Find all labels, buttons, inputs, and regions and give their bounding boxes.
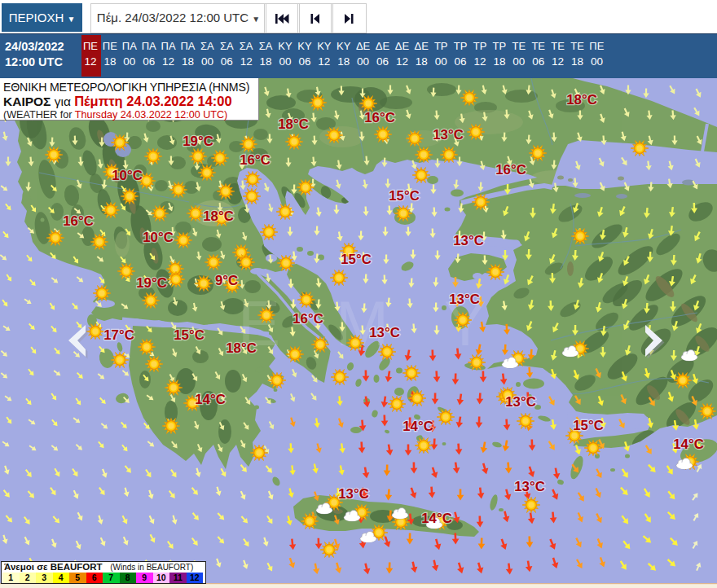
svg-text:16°C: 16°C xyxy=(63,213,94,229)
svg-text:15°C: 15°C xyxy=(341,252,372,267)
svg-text:9°C: 9°C xyxy=(215,273,238,288)
svg-text:13°C: 13°C xyxy=(514,479,545,494)
svg-text:13°C: 13°C xyxy=(453,233,484,248)
svg-text:10°C: 10°C xyxy=(112,168,143,183)
svg-text:16°C: 16°C xyxy=(293,311,323,327)
svg-text:15°C: 15°C xyxy=(174,327,205,343)
svg-text:14°C: 14°C xyxy=(673,437,704,452)
svg-text:18°C: 18°C xyxy=(203,208,234,224)
svg-text:16°C: 16°C xyxy=(495,162,526,178)
svg-text:14°C: 14°C xyxy=(402,419,433,434)
svg-text:18°C: 18°C xyxy=(226,340,257,356)
svg-text:13°C: 13°C xyxy=(505,394,536,410)
svg-text:19°C: 19°C xyxy=(183,134,213,149)
svg-text:14°C: 14°C xyxy=(421,511,452,526)
svg-text:15°C: 15°C xyxy=(389,188,420,204)
svg-text:18°C: 18°C xyxy=(278,116,309,132)
svg-text:17°C: 17°C xyxy=(103,327,134,343)
svg-text:16°C: 16°C xyxy=(364,110,395,125)
svg-text:13°C: 13°C xyxy=(449,292,480,307)
svg-text:19°C: 19°C xyxy=(136,275,167,291)
svg-text:13°C: 13°C xyxy=(433,127,464,143)
svg-text:13°C: 13°C xyxy=(338,486,369,502)
svg-text:15°C: 15°C xyxy=(573,418,604,433)
svg-text:13°C: 13°C xyxy=(369,325,400,340)
svg-text:16°C: 16°C xyxy=(240,152,271,168)
svg-text:14°C: 14°C xyxy=(195,392,226,407)
svg-text:10°C: 10°C xyxy=(143,230,174,245)
svg-text:18°C: 18°C xyxy=(566,92,597,108)
